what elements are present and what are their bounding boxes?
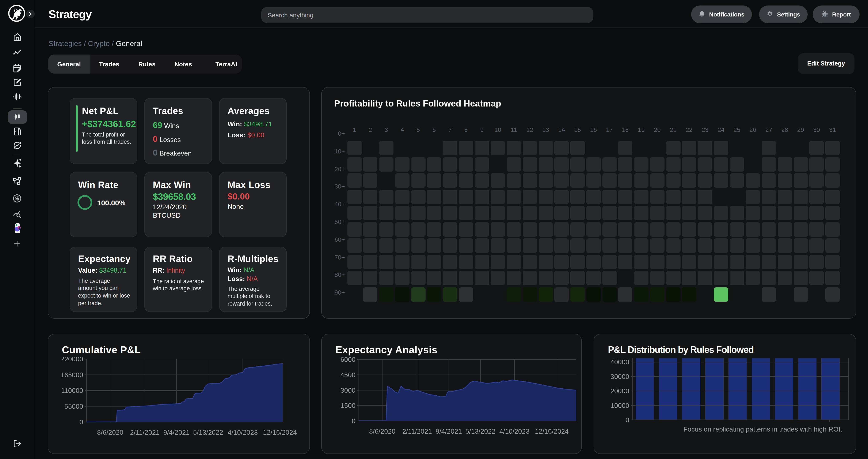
svg-text:30000: 30000 <box>611 373 629 380</box>
svg-text:40000: 40000 <box>611 358 629 366</box>
svg-text:10000: 10000 <box>611 402 629 409</box>
svg-text:20000: 20000 <box>611 387 629 395</box>
svg-text:0: 0 <box>625 416 629 424</box>
svg-text:Focus on replicating patterns: Focus on replicating patterns in trades … <box>683 425 842 433</box>
